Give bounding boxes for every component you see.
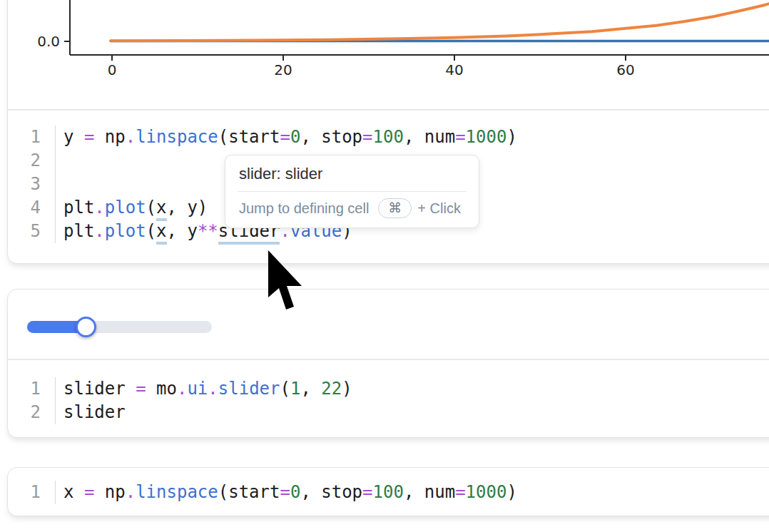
line-number: 1 [7, 481, 55, 504]
code-token: ) [506, 127, 516, 147]
code-line-row[interactable]: 1slider = mo.ui.slider(1, 22) [7, 377, 352, 401]
code-token: plot [105, 221, 146, 241]
code-token: ( [146, 198, 156, 218]
line-number: 1 [7, 377, 55, 401]
tooltip-click-suffix: + Click [417, 200, 461, 217]
code-token: slider [63, 402, 126, 422]
code-token: 0 [290, 127, 300, 147]
marimo-notebook: 0.0 0 20 40 60 1y = np.linspace(start=0,… [0, 0, 769, 532]
code-line-row[interactable]: 1x = np.linspace(start=0, stop=100, num=… [7, 481, 517, 504]
code-token: plt [63, 221, 94, 241]
code-line-row[interactable]: 1y = np.linspace(start=0, stop=100, num=… [7, 126, 517, 149]
variable-tooltip: slider: slider Jump to defining cell ⌘ +… [225, 155, 479, 228]
line-number: 2 [7, 401, 55, 424]
code-token: 1000 [466, 127, 507, 147]
code-line-text[interactable]: y = np.linspace(start=0, stop=100, num=1… [55, 126, 517, 149]
jump-to-defining-cell-hint: Jump to defining cell [239, 200, 369, 217]
code-token: 22 [321, 379, 342, 399]
cell-output-code-divider [8, 109, 769, 111]
code-token: , y [167, 221, 198, 241]
code-token: linspace [136, 127, 218, 147]
code-line-text[interactable] [55, 149, 63, 173]
code-token: = [136, 379, 146, 399]
line-number: 3 [7, 173, 55, 196]
y-axis-tick-label: 0.0 [37, 33, 60, 50]
line-number: 2 [7, 149, 55, 173]
code-token: 0 [290, 482, 300, 502]
line-number: 1 [7, 126, 55, 149]
code-token: ( [146, 221, 156, 241]
code-token: . [208, 379, 218, 399]
code-token: . [177, 379, 187, 399]
code-line-text[interactable]: plt.plot(x, y) [55, 196, 208, 220]
code-token: ) [506, 482, 516, 502]
code-token: 100 [373, 127, 404, 147]
code-token: ) [342, 379, 352, 399]
code-token: , num [404, 127, 455, 147]
code-token: 1 [290, 379, 300, 399]
code-token: . [126, 127, 136, 147]
code-token: 1000 [466, 482, 507, 502]
code-line-text[interactable]: slider [55, 401, 126, 424]
code-token: 100 [373, 482, 404, 502]
code-token: . [94, 221, 104, 241]
code-token: mo [146, 379, 177, 399]
slider-thumb[interactable] [76, 317, 96, 337]
mouse-cursor-icon [267, 250, 304, 316]
code-token: x [63, 482, 84, 502]
code-token: y [63, 127, 84, 147]
code-token: plot [105, 198, 146, 218]
code-token: = [84, 482, 94, 502]
code-token: , num [404, 482, 455, 502]
series-curve-orange [111, 2, 769, 41]
matplotlib-plot-output: 0.0 0 20 40 60 [7, 0, 769, 109]
code-token: ** [198, 221, 218, 241]
x-axis-tick-label: 20 [274, 61, 292, 78]
code-token: plt [63, 198, 94, 218]
code-token: slider [218, 379, 280, 399]
variable-reference-token[interactable]: x [156, 221, 166, 245]
code-token: = [280, 482, 290, 502]
code-editor-slider[interactable]: 1slider = mo.ui.slider(1, 22)2slider [7, 377, 352, 424]
x-axis-tick-label: 0 [108, 61, 117, 78]
code-token: . [94, 198, 104, 218]
code-token: = [280, 127, 290, 147]
code-token: , stop [300, 127, 362, 147]
tooltip-footer: Jump to defining cell ⌘ + Click [225, 192, 479, 227]
code-token: = [455, 482, 465, 502]
line-number: 4 [7, 196, 55, 220]
code-line-row[interactable]: 2slider [7, 401, 352, 424]
code-token: , y) [167, 198, 208, 218]
command-key-icon: ⌘ [378, 198, 412, 218]
code-token: np [94, 127, 125, 147]
cell-output-code-divider [8, 359, 769, 360]
code-line-text[interactable]: x = np.linspace(start=0, stop=100, num=1… [55, 481, 517, 504]
code-token: = [362, 127, 372, 147]
x-axis-tick-label: 40 [445, 61, 463, 78]
code-token: , [300, 379, 321, 399]
line-number: 5 [7, 220, 55, 243]
code-token: = [455, 127, 465, 147]
code-token: linspace [136, 482, 218, 502]
code-token: , stop [300, 482, 362, 502]
code-token: . [126, 482, 136, 502]
code-token: (start [218, 482, 280, 502]
code-token: ( [280, 379, 290, 399]
code-line-text[interactable]: slider = mo.ui.slider(1, 22) [55, 377, 352, 401]
code-token: (start [218, 127, 280, 147]
code-token: ui [187, 379, 208, 399]
code-editor-x[interactable]: 1x = np.linspace(start=0, stop=100, num=… [7, 481, 517, 504]
x-axis-tick-label: 60 [616, 61, 634, 78]
code-token: = [84, 127, 94, 147]
code-token: slider [63, 379, 136, 399]
variable-reference-token[interactable]: x [156, 198, 166, 221]
tooltip-title: slider: slider [225, 155, 479, 191]
code-line-text[interactable] [55, 173, 63, 196]
code-token: = [362, 482, 372, 502]
code-token: np [94, 482, 125, 502]
